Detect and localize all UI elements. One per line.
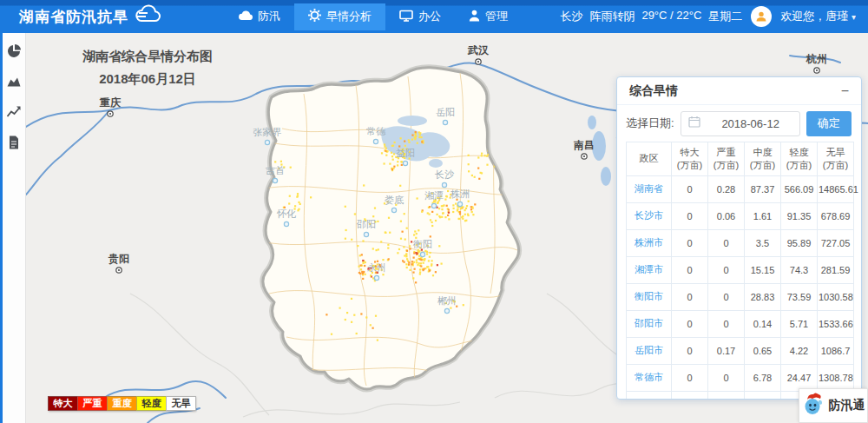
pie-chart-icon[interactable] (6, 43, 22, 59)
drought-dot-light (362, 240, 364, 241)
welcome-user-menu[interactable]: 欢迎您，唐瑾 ▾ (780, 9, 856, 24)
map-title-line2: 2018年06月12日 (61, 68, 234, 90)
drought-dot-light (357, 245, 358, 247)
drought-dot-light (411, 139, 413, 141)
value-cell: 73.59 (781, 283, 818, 310)
drought-dot-light (299, 203, 301, 205)
drought-dot-medium (411, 135, 413, 136)
nav-item-label: 办公 (418, 9, 441, 24)
severity-legend: 特大严重重度轻度无旱 (49, 396, 196, 411)
region-link[interactable]: 长沙市 (627, 202, 672, 229)
drought-dot-light (414, 230, 416, 232)
svg-text:娄底: 娄底 (385, 195, 404, 205)
area-chart-icon[interactable] (6, 74, 22, 89)
drought-dot-light (370, 324, 372, 326)
svg-text:岳阳: 岳阳 (436, 107, 455, 117)
table-header-cell: 无旱(万亩) (818, 142, 854, 176)
date-input[interactable]: 2018-06-12 (681, 111, 800, 136)
drought-dot-light (460, 208, 462, 209)
drought-dot-light (420, 262, 422, 264)
drought-dot-light (294, 205, 296, 207)
line-chart-icon[interactable] (6, 104, 22, 120)
drought-dot-light (434, 202, 436, 203)
drought-dot-light (418, 229, 419, 231)
drought-dot-medium (459, 213, 461, 215)
drought-dot-light (384, 146, 385, 148)
map-title-line1: 湖南省综合旱情分布图 (61, 45, 234, 68)
drought-dot-medium (415, 131, 417, 133)
drought-dot-light (409, 245, 411, 247)
main-nav: 防汛旱情分析办公管理 (224, 3, 522, 30)
drought-dot-light (374, 208, 376, 209)
nav-item-flood[interactable]: 防汛 (224, 3, 294, 30)
drought-dot-medium (415, 281, 417, 283)
drought-dot-light (400, 161, 402, 162)
confirm-button[interactable]: 确定 (806, 111, 852, 136)
drought-dot-light (280, 161, 282, 162)
panel-header: 综合旱情 − (617, 77, 861, 105)
drought-dot-light (400, 137, 402, 139)
value-cell: 0.65 (745, 337, 781, 364)
user-avatar-icon[interactable] (751, 6, 772, 27)
region-link[interactable]: 张家界市 (627, 391, 672, 400)
drought-dot-light (468, 170, 470, 172)
region-link[interactable]: 衡阳市 (627, 283, 672, 310)
drought-dot-light (437, 214, 438, 215)
value-cell: 3.5 (745, 229, 781, 256)
drought-dot-light (426, 253, 428, 254)
drought-dot-medium (413, 257, 415, 259)
svg-text:重庆: 重庆 (99, 96, 122, 109)
date-picker-label: 选择日期: (626, 116, 674, 131)
drought-dot-light (331, 334, 332, 335)
drought-dot-light (406, 258, 408, 260)
date-picker-row: 选择日期: 2018-06-12 确定 (617, 105, 861, 142)
fangxuntong-widget[interactable]: 防汛通 (799, 388, 868, 423)
drought-dot-light (481, 153, 483, 155)
drought-dot-medium (404, 141, 405, 142)
value-cell: 5.71 (781, 310, 818, 337)
region-link[interactable]: 岳阳市 (627, 337, 672, 364)
region-link[interactable]: 湖南省 (627, 175, 672, 202)
drought-dot-light (346, 312, 348, 314)
drought-dot-light (397, 252, 398, 254)
value-cell: 95.89 (781, 229, 818, 256)
region-link[interactable]: 常德市 (627, 364, 672, 391)
value-cell: 28.83 (745, 283, 781, 310)
region-link[interactable]: 湘潭市 (627, 256, 672, 283)
value-cell: 0 (708, 283, 745, 310)
drought-dot-light (378, 248, 379, 250)
drought-dot-light (405, 263, 407, 265)
weather-temp: 29°C / 22°C (641, 9, 701, 24)
report-icon[interactable] (6, 135, 22, 150)
legend-label: 无旱 (172, 397, 191, 410)
drought-dot-light (448, 218, 450, 220)
nav-item-label: 防汛 (258, 9, 280, 24)
drought-dot-medium (364, 265, 365, 267)
drought-dot-light (441, 263, 443, 265)
drought-dot-light (377, 340, 378, 341)
nav-item-office[interactable]: 办公 (385, 3, 455, 30)
svg-text:南昌: 南昌 (573, 139, 595, 151)
drought-dot-medium (474, 203, 476, 205)
value-cell: 0.14 (745, 310, 781, 337)
drought-dot-light (392, 145, 394, 147)
drought-dot-medium (406, 250, 408, 252)
value-cell: 14865.61 (818, 175, 854, 202)
region-link[interactable]: 邵阳市 (627, 310, 672, 337)
value-cell: 1308.78 (818, 364, 854, 391)
drought-dot-light (410, 269, 411, 271)
nav-item-admin[interactable]: 管理 (455, 3, 522, 30)
drought-dot-light (453, 208, 455, 209)
minimize-button[interactable]: − (841, 84, 849, 98)
drought-dot-light (419, 268, 421, 270)
drought-dot-medium (429, 270, 431, 272)
drought-dot-light (339, 307, 341, 309)
drought-dot-medium (431, 211, 433, 213)
drought-dot-light (381, 152, 383, 154)
value-cell: 0 (672, 229, 708, 256)
region-link[interactable]: 株洲市 (627, 229, 672, 256)
nav-item-drought-analysis[interactable]: 旱情分析 (294, 3, 385, 30)
drought-dot-medium (413, 252, 415, 254)
drought-dot-light (372, 248, 374, 249)
drought-dot-light (452, 204, 454, 206)
